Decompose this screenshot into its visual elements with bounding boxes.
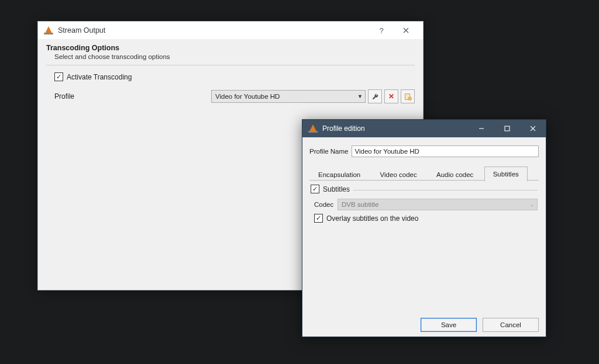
subtitles-fieldset: Subtitles Codec DVB subtitle ⌄ Overlay s… xyxy=(311,190,538,223)
overlay-subtitles-checkbox[interactable] xyxy=(314,214,323,223)
maximize-button[interactable] xyxy=(494,120,520,137)
codec-label: Codec xyxy=(314,201,338,208)
chevron-down-icon: ▼ xyxy=(357,93,363,99)
svg-point-1 xyxy=(408,96,411,100)
profile-title: Profile edition xyxy=(322,124,469,133)
profile-select-value: Video for Youtube HD xyxy=(215,93,280,100)
subtitles-legend-label: Subtitles xyxy=(323,185,350,193)
minimize-button[interactable] xyxy=(469,120,494,137)
subtitles-checkbox[interactable] xyxy=(311,185,319,193)
new-profile-button[interactable] xyxy=(401,89,415,103)
save-button[interactable]: Save xyxy=(421,318,477,332)
edit-profile-button[interactable] xyxy=(368,89,382,103)
transcoding-heading: Transcoding Options xyxy=(46,44,415,52)
codec-select[interactable]: DVB subtitle ⌄ xyxy=(338,199,538,210)
chevron-down-icon: ⌄ xyxy=(530,202,535,207)
help-button[interactable]: ? xyxy=(369,22,394,39)
overlay-subtitles-label: Overlay subtitles on the video xyxy=(326,214,418,223)
tab-subtitles[interactable]: Subtitles xyxy=(484,167,528,182)
tab-video-codec[interactable]: Video codec xyxy=(371,168,426,182)
activate-transcoding-label: Activate Transcoding xyxy=(67,73,132,81)
stream-titlebar[interactable]: Stream Output ? xyxy=(38,22,423,39)
close-button[interactable] xyxy=(520,120,546,137)
tab-strip: Encapsulation Video codec Audio codec Su… xyxy=(309,167,539,181)
stream-title: Stream Output xyxy=(58,26,369,34)
divider xyxy=(46,65,415,65)
subtitles-tab-panel: Subtitles Codec DVB subtitle ⌄ Overlay s… xyxy=(309,181,539,314)
profile-label: Profile xyxy=(54,92,81,100)
codec-select-value: DVB subtitle xyxy=(342,201,378,208)
delete-profile-button[interactable]: ✕ xyxy=(384,89,398,103)
profile-name-input[interactable]: Video for Youtube HD xyxy=(352,145,539,157)
vlc-cone-icon xyxy=(308,124,318,133)
profile-body: Profile Name Video for Youtube HD Encaps… xyxy=(302,137,546,337)
profile-edition-window: Profile edition Profile Name Video for Y… xyxy=(302,119,546,337)
cancel-button[interactable]: Cancel xyxy=(483,318,539,332)
activate-transcoding-row: Activate Transcoding xyxy=(46,72,415,81)
activate-transcoding-checkbox[interactable] xyxy=(54,72,63,81)
profile-select[interactable]: Video for Youtube HD ▼ xyxy=(211,90,366,103)
tab-encapsulation[interactable]: Encapsulation xyxy=(309,168,369,182)
profile-titlebar[interactable]: Profile edition xyxy=(302,120,546,137)
vlc-cone-icon xyxy=(44,26,53,35)
tab-audio-codec[interactable]: Audio codec xyxy=(428,168,482,182)
profile-name-label: Profile Name xyxy=(309,148,348,155)
close-button[interactable] xyxy=(394,22,418,39)
svg-rect-2 xyxy=(505,126,510,131)
transcoding-subtext: Select and choose transcoding options xyxy=(54,53,415,60)
